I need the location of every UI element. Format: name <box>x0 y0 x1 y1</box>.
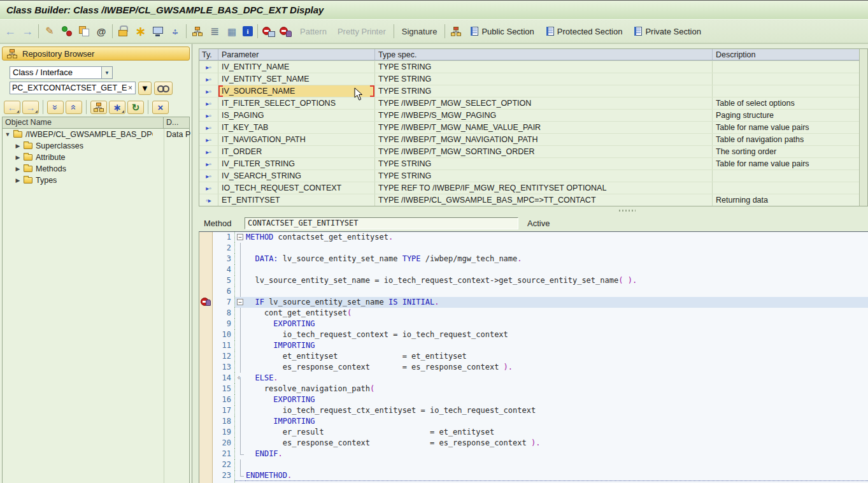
type-spec-cell[interactable]: TYPE STRING <box>375 73 713 85</box>
description-cell[interactable]: Table for name value pairs <box>713 122 859 133</box>
switch-display-change-icon[interactable] <box>60 25 73 38</box>
breakpoint-margin[interactable] <box>199 438 213 449</box>
parameter-name-cell[interactable]: IO_TECH_REQUEST_CONTEXT <box>218 182 375 194</box>
column-header-ty[interactable]: Ty. <box>199 49 218 60</box>
parameter-row[interactable]: ▸▫IO_TECH_REQUEST_CONTEXTTYPE REF TO /IW… <box>199 182 859 194</box>
breakpoint-margin[interactable] <box>199 319 213 329</box>
parameter-name-cell[interactable]: IV_ENTITY_NAME <box>218 61 375 73</box>
forward-icon[interactable]: → <box>21 25 34 38</box>
type-spec-cell[interactable]: TYPE /IWBEP/T_MGW_SORTING_ORDER <box>375 146 713 157</box>
parameter-row[interactable]: ▸▫IV_FILTER_STRINGTYPE STRINGTable for n… <box>199 157 859 169</box>
nav-back-button[interactable]: ← <box>4 101 20 114</box>
close-browser-button[interactable]: × <box>152 101 169 114</box>
description-cell[interactable] <box>713 61 859 73</box>
object-name-input[interactable]: PC_EXTCONTACTSET_GET_ENTITYS × <box>10 82 136 94</box>
code-text[interactable] <box>246 264 868 275</box>
parameter-row[interactable]: ▸▫IT_NAVIGATION_PATHTYPE /IWBEP/T_MGW_NA… <box>199 133 859 145</box>
display-object-button[interactable] <box>154 82 173 95</box>
description-cell[interactable]: The sorting order <box>713 146 859 157</box>
code-text[interactable]: ENDIF. <box>246 449 868 459</box>
parameter-name-cell[interactable]: IT_NAVIGATION_PATH <box>218 134 375 145</box>
code-text[interactable]: cont_get_entityset( <box>246 308 868 319</box>
code-text[interactable] <box>246 459 868 470</box>
lock-icon[interactable] <box>117 25 130 38</box>
signature-button[interactable]: Signature <box>399 25 441 38</box>
column-header-description[interactable]: Description <box>713 49 859 60</box>
type-spec-cell[interactable]: TYPE /IWBEP/T_MGW_NAME_VALUE_PAIR <box>375 122 713 133</box>
tree-item-attribute[interactable]: ▶Attribute <box>3 152 189 163</box>
parameter-name-cell[interactable]: IT_FILTER_SELECT_OPTIONS <box>218 97 375 109</box>
where-used-icon[interactable] <box>152 25 164 38</box>
code-text[interactable]: EXPORTING <box>246 394 868 405</box>
breakpoint-margin[interactable] <box>199 275 213 286</box>
public-section-button[interactable]: Public Section <box>467 25 537 38</box>
breakpoint-user-icon[interactable] <box>280 25 292 37</box>
description-cell[interactable]: Table of navigation paths <box>713 134 859 145</box>
breakpoint-margin[interactable] <box>199 232 213 243</box>
parameter-row[interactable]: ▸▫IS_PAGINGTYPE /IWBEP/S_MGW_PAGINGPagin… <box>199 109 859 121</box>
expand-node-icon[interactable]: ▶ <box>14 177 22 184</box>
refresh-tree-button[interactable]: ↻ <box>127 101 144 114</box>
parameter-name-cell-selected[interactable]: IV_SOURCE_NAME <box>218 85 375 97</box>
code-text[interactable]: IMPORTING <box>246 416 868 427</box>
display-change-icon[interactable]: ✎ <box>43 25 56 38</box>
hierarchy-button[interactable] <box>90 101 107 114</box>
code-text[interactable]: IMPORTING <box>246 340 868 351</box>
type-spec-cell[interactable]: TYPE /IWBEP/CL_GWSAMPLE_BAS_MPC=>TT_CONT… <box>375 194 713 206</box>
breakpoint-margin[interactable] <box>199 264 213 275</box>
tree-item-methods[interactable]: ▶Methods <box>3 163 189 175</box>
private-section-button[interactable]: Private Section <box>630 25 704 38</box>
parameter-name-cell[interactable]: IV_ENTITY_SET_NAME <box>218 73 375 85</box>
horizontal-splitter[interactable] <box>199 206 868 215</box>
code-text[interactable] <box>246 243 868 254</box>
description-cell[interactable]: Table of select options <box>713 97 859 109</box>
code-text[interactable]: es_response_context = es_response_contex… <box>246 438 868 449</box>
column-header-parameter[interactable]: Parameter <box>218 49 375 60</box>
breakpoint-margin[interactable] <box>199 329 213 340</box>
breakpoint-margin[interactable] <box>199 362 213 373</box>
breakpoint-margin[interactable] <box>199 297 213 308</box>
object-dropdown-button[interactable]: ▼ <box>138 82 152 95</box>
parameter-name-cell[interactable]: IS_PAGING <box>218 110 375 121</box>
code-text[interactable] <box>246 286 868 297</box>
code-text[interactable]: er_result = et_entityset <box>246 427 868 438</box>
parameter-row[interactable]: ▸▫IV_SEARCH_STRINGTYPE STRING <box>199 169 859 182</box>
breakpoint-margin[interactable] <box>199 308 213 319</box>
tree-column-description[interactable]: D... <box>164 117 189 128</box>
breakpoint-margin[interactable] <box>199 449 213 459</box>
parameter-row[interactable]: ▸▫IT_FILTER_SELECT_OPTIONSTYPE /IWBEP/T_… <box>199 97 859 109</box>
breakpoint-margin[interactable] <box>199 459 213 470</box>
breakpoint-margin[interactable] <box>199 394 213 405</box>
breakpoint-margin[interactable] <box>199 254 213 264</box>
expand-node-icon[interactable]: ▶ <box>14 143 22 149</box>
code-text[interactable]: METHOD contactset_get_entityset. <box>246 232 868 243</box>
breakpoint-margin[interactable] <box>199 470 213 481</box>
parameter-name-cell[interactable]: IT_ORDER <box>218 146 375 157</box>
code-text[interactable]: ELSE. <box>246 373 868 384</box>
nav-forward-button[interactable]: → <box>22 101 39 114</box>
parameter-row[interactable]: ▸▫IT_KEY_TABTYPE /IWBEP/T_MGW_NAME_VALUE… <box>199 121 859 133</box>
expand-node-icon[interactable]: ▶ <box>14 166 22 172</box>
clear-input-icon[interactable]: × <box>127 83 133 92</box>
code-text[interactable]: et_entityset = et_entityset <box>246 351 868 362</box>
description-cell[interactable]: Table for name value pairs <box>713 158 859 169</box>
tree-column-object-name[interactable]: Object Name <box>3 117 164 128</box>
repository-browser-header[interactable]: Repository Browser <box>2 47 190 61</box>
navigation-icon[interactable]: ↔↕ <box>169 25 181 38</box>
filter-button[interactable]: ∗ <box>109 101 125 114</box>
fold-collapse-icon[interactable]: − <box>237 299 243 305</box>
code-text[interactable]: lv_source_entity_set_name = io_tech_requ… <box>246 275 868 286</box>
type-spec-cell[interactable]: TYPE STRING <box>375 61 713 73</box>
description-cell[interactable] <box>713 182 859 194</box>
parameter-row[interactable]: ▸▫IV_SOURCE_NAMETYPE STRING <box>199 85 859 97</box>
expand-all-button[interactable]: » <box>47 101 64 114</box>
collapse-all-button[interactable]: « <box>66 101 82 114</box>
browser-type-select-arrow[interactable]: ▼ <box>101 66 113 79</box>
parameter-name-cell[interactable]: ET_ENTITYSET <box>218 194 375 206</box>
description-cell[interactable]: Paging structure <box>713 110 859 121</box>
parameter-table-scrollbar[interactable] <box>859 49 867 206</box>
code-text[interactable]: io_tech_request_context = io_tech_reques… <box>246 329 868 340</box>
tree-item-types[interactable]: ▶Types <box>3 175 189 186</box>
code-text[interactable]: es_response_context = es_response_contex… <box>246 362 868 373</box>
description-cell[interactable] <box>713 170 859 182</box>
